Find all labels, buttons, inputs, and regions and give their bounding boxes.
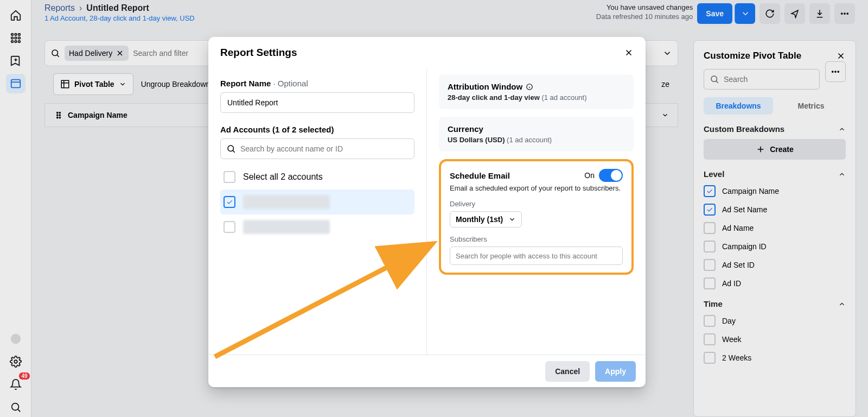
- info-icon: [526, 83, 533, 91]
- report-name-input[interactable]: [220, 92, 414, 113]
- attribution-window-card[interactable]: Attribution Window 28-day click and 1-da…: [439, 74, 634, 109]
- attribution-window-header: Attribution Window: [448, 82, 625, 91]
- modal-left-column: Report Name · Optional Ad Accounts (1 of…: [208, 69, 427, 355]
- account-name-redacted: [243, 220, 330, 234]
- ad-accounts-label: Ad Accounts (1 of 2 selected): [220, 125, 414, 134]
- delivery-label: Delivery: [450, 200, 623, 208]
- subscribers-label: Subscribers: [450, 235, 623, 243]
- apply-button[interactable]: Apply: [595, 361, 636, 382]
- account-name-redacted: [243, 195, 330, 209]
- chevron-down-icon: [508, 216, 516, 223]
- select-all-accounts[interactable]: Select all 2 accounts: [220, 165, 414, 189]
- svg-point-28: [228, 146, 234, 151]
- toggle-state-label: On: [584, 171, 595, 180]
- delivery-dropdown[interactable]: Monthly (1st): [450, 211, 522, 228]
- modal-footer: Cancel Apply: [208, 355, 646, 387]
- schedule-email-desc: Email a scheduled export of your report …: [450, 184, 623, 192]
- currency-header: Currency: [448, 124, 625, 134]
- account-search[interactable]: [220, 138, 414, 159]
- report-name-label: Report Name · Optional: [220, 79, 414, 88]
- search-icon: [226, 144, 236, 154]
- account-row-1[interactable]: [220, 189, 414, 214]
- report-settings-modal: Report Settings Report Name · Optional A…: [208, 37, 646, 387]
- schedule-email-header: Schedule Email: [450, 171, 510, 180]
- subscribers-input[interactable]: [450, 247, 623, 265]
- modal-right-column: Attribution Window 28-day click and 1-da…: [427, 69, 646, 355]
- account-row-2[interactable]: [220, 214, 414, 239]
- currency-card[interactable]: Currency US Dollars (USD) (1 ad account): [439, 117, 634, 151]
- account-search-input[interactable]: [240, 144, 409, 153]
- close-icon[interactable]: [624, 48, 634, 58]
- modal-title: Report Settings: [220, 47, 297, 59]
- schedule-email-toggle[interactable]: [599, 169, 623, 182]
- schedule-email-card: Schedule Email On Email a scheduled expo…: [439, 159, 634, 275]
- cancel-button[interactable]: Cancel: [545, 361, 590, 382]
